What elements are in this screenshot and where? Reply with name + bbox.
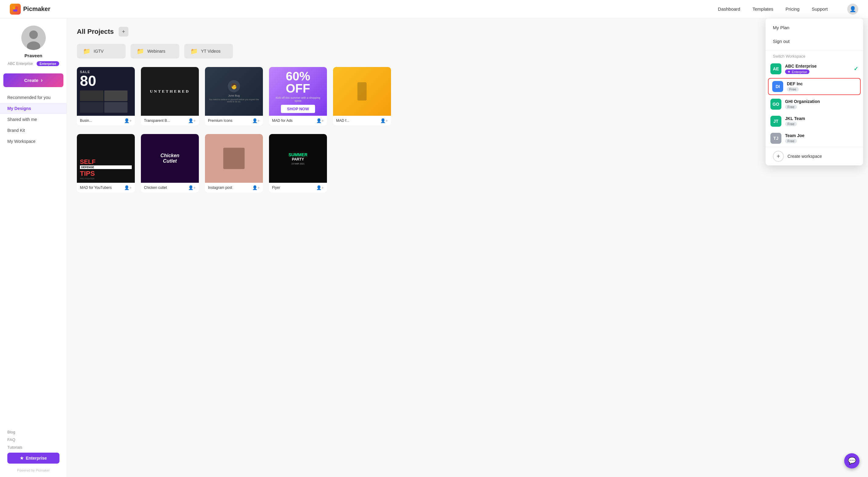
folder-yt-videos[interactable]: 📁 YT Videos (184, 44, 233, 59)
header: Picmaker Dashboard Templates Pricing Sup… (0, 0, 868, 18)
workspace-info-go: GHI Organization Free (785, 99, 858, 109)
sidebar-item-my-workspace[interactable]: My Workspace (0, 136, 67, 147)
all-projects-header: All Projects + (77, 27, 858, 37)
workspace-name-go: GHI Organization (785, 99, 858, 104)
share-icon-mad-ads[interactable]: 👤+ (316, 118, 324, 123)
design-card-chicken[interactable]: ChickenCutlet Chicken cutlet 👤+ (141, 134, 199, 193)
sidebar-item-recommended[interactable]: Recommended for you (0, 92, 67, 103)
sign-out-item[interactable]: Sign out (766, 34, 863, 48)
workspace-plan-go: Free (785, 105, 797, 109)
design-thumb-self: SELF DEFENSE TIPS PRO FIGHTER (77, 134, 135, 183)
workspace-info-ae: ABC Enterprise ★ Enterprise (785, 64, 850, 74)
checkmark-icon: ✓ (854, 66, 858, 72)
nav-templates[interactable]: Templates (752, 6, 773, 11)
design-name-premium: Premium Icons (208, 118, 252, 123)
user-profile: Praveen ABC Enterprise Enterprise (0, 18, 67, 71)
sidebar-tutorials-link[interactable]: Tutorials (7, 445, 60, 450)
share-icon-instagram[interactable]: 👤+ (252, 185, 260, 190)
sidebar-blog-link[interactable]: Blog (7, 430, 60, 434)
folder-yt-videos-label: YT Videos (201, 49, 220, 54)
user-org: ABC Enterprise (8, 62, 33, 66)
sidebar-item-brand-kit[interactable]: Brand Kit (0, 125, 67, 136)
design-card-mad-ads[interactable]: 60%OFF Kick off this summer with a shopp… (269, 67, 327, 126)
workspace-plan-ae: ★ Enterprise (785, 69, 809, 74)
design-thumb-transparent: UNTETHERED (141, 67, 199, 116)
workspace-team-joe[interactable]: TJ Team Joe Free (766, 130, 863, 147)
design-footer-mad-ads: MAD for Ads 👤+ (269, 116, 327, 126)
add-project-button[interactable]: + (119, 27, 128, 37)
workspace-avatar-go: GO (770, 99, 781, 110)
share-icon-transparent[interactable]: 👤+ (188, 118, 196, 123)
design-footer-mad2: MAD f... 👤+ (333, 116, 391, 126)
share-icon-business[interactable]: 👤+ (124, 118, 132, 123)
design-thumb-flyer: SUMMER PARTY 15 MAR 2021 (269, 134, 327, 183)
my-plan-item[interactable]: My Plan (766, 21, 863, 34)
enterprise-sidebar-button[interactable]: ★ Enterprise (7, 453, 60, 464)
folder-igtv[interactable]: 📁 IGTV (77, 44, 126, 59)
create-workspace-item[interactable]: + Create workspace (766, 147, 863, 165)
share-icon-mad2[interactable]: 👤+ (380, 118, 388, 123)
workspace-abc-enterprise[interactable]: AE ABC Enterprise ★ Enterprise ✓ (766, 60, 863, 77)
design-footer-instagram: Instagram post 👤+ (205, 183, 263, 193)
design-name-chicken: Chicken cutlet (144, 185, 188, 190)
svg-point-5 (29, 30, 38, 39)
design-card-flyer[interactable]: SUMMER PARTY 15 MAR 2021 Flyer 👤+ (269, 134, 327, 193)
workspace-avatar-di: DI (772, 81, 783, 92)
sidebar-item-shared[interactable]: Shared with me (0, 114, 67, 125)
design-card-mad2[interactable]: MAD f... 👤+ (333, 67, 391, 126)
folder-webinars-label: Webinars (147, 49, 165, 54)
share-icon-chicken[interactable]: 👤+ (188, 185, 196, 190)
design-name-instagram: Instagram post (208, 185, 252, 190)
design-thumb-mad2 (333, 67, 391, 116)
enterprise-badge: Enterprise (37, 61, 59, 66)
avatar (21, 26, 46, 50)
logo-area: Picmaker (10, 4, 718, 14)
design-name-business: Busin... (80, 118, 124, 123)
sidebar-item-my-workspace-label: My Workspace (7, 139, 35, 144)
user-avatar-button[interactable]: 👤 (847, 4, 858, 14)
sidebar-faq-link[interactable]: FAQ (7, 437, 60, 442)
main-content: All Projects + 📁 IGTV 📁 Webinars 📁 YT Vi… (67, 18, 868, 477)
workspace-avatar-jt: JT (770, 116, 781, 127)
design-footer-chicken: Chicken cutlet 👤+ (141, 183, 199, 193)
nav-support[interactable]: Support (812, 6, 828, 11)
svg-rect-3 (13, 9, 18, 11)
chat-button[interactable]: 💬 (844, 453, 860, 469)
sidebar-item-my-designs-label: My Designs (7, 106, 31, 111)
design-card-business[interactable]: SALE 80 Busin... 👤+ (77, 67, 135, 126)
design-name-self: MAD for YouTubers (80, 185, 124, 190)
design-thumb-mad-ads: 60%OFF Kick off this summer with a shopp… (269, 67, 327, 116)
workspace-ghi[interactable]: GO GHI Organization Free (766, 96, 863, 113)
nav-links: Dashboard Templates Pricing Support 👤 (718, 4, 858, 14)
share-icon-self[interactable]: 👤+ (124, 185, 132, 190)
design-card-self[interactable]: SELF DEFENSE TIPS PRO FIGHTER MAD for Yo… (77, 134, 135, 193)
share-icon-premium[interactable]: 👤+ (252, 118, 260, 123)
nav-pricing[interactable]: Pricing (786, 6, 800, 11)
design-grid-row2: SELF DEFENSE TIPS PRO FIGHTER MAD for Yo… (77, 134, 858, 193)
page-title: All Projects (77, 28, 114, 36)
workspace-def-inc[interactable]: DI DEF Inc Free (768, 78, 861, 95)
design-thumb-premium: 🧑 June Bug You need to believe in yourse… (205, 67, 263, 116)
workspace-plan-jt: Free (785, 122, 797, 126)
user-name: Praveen (24, 53, 42, 58)
share-icon-flyer[interactable]: 👤+ (316, 185, 324, 190)
workspace-name-jt: JKL Team (785, 116, 858, 121)
design-footer-business: Busin... 👤+ (77, 116, 135, 126)
workspace-avatar-ae: AE (770, 63, 781, 74)
design-footer-transparent: Transparent B... 👤+ (141, 116, 199, 126)
create-button[interactable]: Create › (3, 73, 63, 87)
design-card-instagram[interactable]: Instagram post 👤+ (205, 134, 263, 193)
folder-icon-3: 📁 (190, 47, 198, 55)
logo-text: Picmaker (23, 5, 50, 12)
folder-webinars[interactable]: 📁 Webinars (130, 44, 179, 59)
design-card-transparent[interactable]: UNTETHERED Transparent B... 👤+ (141, 67, 199, 126)
nav-dashboard[interactable]: Dashboard (718, 6, 740, 11)
design-card-premium[interactable]: 🧑 June Bug You need to believe in yourse… (205, 67, 263, 126)
plus-circle-icon: + (773, 151, 784, 162)
sidebar-item-recommended-label: Recommended for you (7, 95, 51, 100)
sidebar-nav: Recommended for you My Designs Shared wi… (0, 92, 67, 152)
workspace-jkl[interactable]: JT JKL Team Free (766, 113, 863, 130)
workspace-plan-di: Free (787, 87, 799, 91)
sidebar-item-my-designs[interactable]: My Designs (0, 103, 67, 114)
create-workspace-label: Create workspace (787, 154, 822, 159)
